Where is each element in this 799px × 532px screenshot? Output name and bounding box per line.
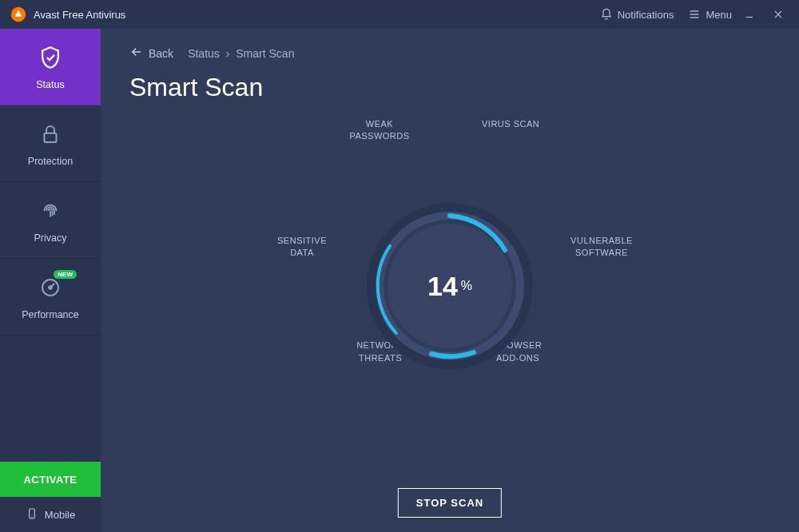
menu-icon: [688, 8, 701, 21]
breadcrumb: Status › Smart Scan: [188, 47, 294, 60]
new-badge: NEW: [54, 270, 77, 279]
notifications-label: Notifications: [618, 9, 674, 21]
progress-value: 14 %: [366, 202, 534, 370]
back-label: Back: [149, 47, 173, 60]
scan-label-sensitive-data: SENSITIVE DATA: [266, 235, 338, 260]
sidebar-item-privacy[interactable]: Privacy: [0, 182, 101, 259]
bell-icon: [600, 8, 613, 21]
sidebar-item-label: Privacy: [34, 232, 67, 244]
breadcrumb-current: Smart Scan: [236, 47, 294, 60]
back-button[interactable]: Back: [129, 45, 173, 62]
progress-number: 14: [427, 271, 458, 302]
svg-point-9: [49, 286, 52, 289]
minimize-button[interactable]: [738, 3, 761, 26]
menu-label: Menu: [706, 9, 732, 21]
notifications-button[interactable]: Notifications: [600, 8, 674, 21]
svg-rect-7: [45, 133, 57, 141]
stop-scan-button[interactable]: STOP SCAN: [398, 488, 502, 518]
close-button[interactable]: [767, 3, 789, 26]
main-content: Back Status › Smart Scan Smart Scan VIRU…: [101, 29, 799, 532]
shield-check-icon: [37, 44, 64, 71]
sidebar-item-label: Protection: [28, 156, 73, 167]
sidebar-item-status[interactable]: Status: [0, 29, 101, 105]
app-title: Avast Free Antivirus: [34, 9, 125, 21]
mobile-label: Mobile: [45, 509, 75, 521]
sidebar-item-performance[interactable]: NEW Performance: [0, 259, 101, 335]
scan-area: VIRUS SCAN VULNERABLE SOFTWARE BROWSER A…: [129, 118, 770, 454]
mobile-icon: [26, 507, 38, 522]
title-bar: Avast Free Antivirus Notifications Menu: [0, 0, 799, 29]
avast-logo-icon: [10, 6, 27, 23]
fingerprint-icon: [38, 197, 62, 224]
sidebar: Status Protection Privacy NEW Performanc…: [0, 29, 101, 532]
sidebar-item-label: Status: [36, 79, 64, 90]
scan-label-vulnerable-software: VULNERABLE SOFTWARE: [562, 235, 642, 260]
menu-button[interactable]: Menu: [688, 8, 732, 21]
progress-ring: 14 %: [366, 202, 534, 370]
activate-button[interactable]: ACTIVATE: [0, 462, 101, 497]
scan-label-weak-passwords: WEAK PASSWORDS: [340, 118, 419, 143]
arrow-left-icon: [129, 45, 144, 62]
progress-unit: %: [461, 279, 472, 293]
page-title: Smart Scan: [129, 73, 770, 102]
sidebar-item-protection[interactable]: Protection: [0, 105, 101, 182]
breadcrumb-root[interactable]: Status: [188, 47, 220, 60]
chevron-right-icon: ›: [226, 47, 230, 60]
sidebar-item-mobile[interactable]: Mobile: [0, 497, 101, 532]
sidebar-item-label: Performance: [22, 309, 79, 320]
lock-icon: [38, 121, 62, 148]
scan-label-virus-scan: VIRUS SCAN: [482, 118, 539, 130]
